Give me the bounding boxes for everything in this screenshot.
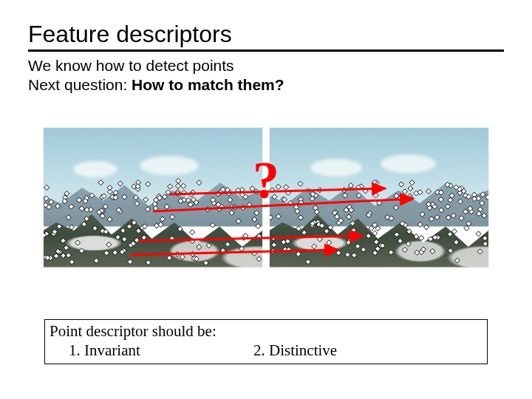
page-title: Feature descriptors xyxy=(28,21,504,48)
svg-line-342 xyxy=(138,236,363,241)
svg-line-341 xyxy=(153,199,413,211)
box-item-2: 2. Distinctive xyxy=(253,341,337,360)
intro-line-1: We know how to detect points xyxy=(28,57,234,74)
intro-line-2-bold: How to match them? xyxy=(132,76,284,93)
box-title: Point descriptor should be: xyxy=(50,321,482,341)
box-item-1: 1. Invariant xyxy=(69,341,253,360)
intro-line-2-prefix: Next question: xyxy=(28,76,132,93)
matching-figure: ? xyxy=(44,128,488,267)
question-mark: ? xyxy=(253,150,279,211)
intro-text: We know how to detect points Next questi… xyxy=(28,56,504,95)
svg-line-343 xyxy=(131,250,338,255)
title-divider xyxy=(28,50,504,52)
descriptor-requirements-box: Point descriptor should be: 1. Invariant… xyxy=(44,319,488,364)
